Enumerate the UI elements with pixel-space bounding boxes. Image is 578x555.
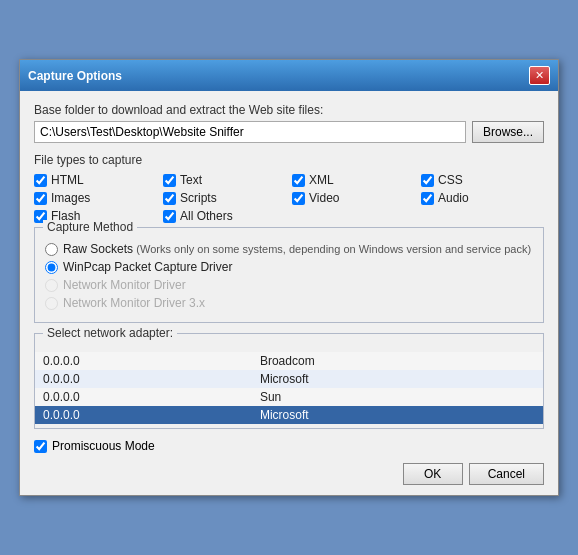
allothers-checkbox[interactable]	[163, 210, 176, 223]
css-label[interactable]: CSS	[438, 173, 463, 187]
checkbox-css: CSS	[421, 173, 544, 187]
adapter-row[interactable]: 0.0.0.0 Broadcom	[35, 352, 543, 370]
images-checkbox[interactable]	[34, 192, 47, 205]
html-checkbox[interactable]	[34, 174, 47, 187]
checkbox-html: HTML	[34, 173, 157, 187]
close-button[interactable]: ✕	[529, 66, 550, 85]
css-checkbox[interactable]	[421, 174, 434, 187]
radio-netmon: Network Monitor Driver	[45, 278, 533, 292]
xml-label[interactable]: XML	[309, 173, 334, 187]
adapter-ip: 0.0.0.0	[35, 352, 252, 370]
browse-button[interactable]: Browse...	[472, 121, 544, 143]
ok-button[interactable]: OK	[403, 463, 463, 485]
adapter-row[interactable]: 0.0.0.0 Microsoft	[35, 370, 543, 388]
audio-label[interactable]: Audio	[438, 191, 469, 205]
text-label[interactable]: Text	[180, 173, 202, 187]
checkbox-allothers: All Others	[163, 209, 286, 223]
checkbox-scripts: Scripts	[163, 191, 286, 205]
window-title: Capture Options	[28, 69, 122, 83]
file-types-grid: HTML Text XML CSS Images Scripts	[34, 173, 544, 223]
capture-options-window: Capture Options ✕ Base folder to downloa…	[19, 59, 559, 496]
raw-sockets-note: (Works only on some systems, depending o…	[136, 243, 531, 255]
radio-netmon3: Network Monitor Driver 3.x	[45, 296, 533, 310]
checkbox-audio: Audio	[421, 191, 544, 205]
adapter-ip: 0.0.0.0	[35, 406, 252, 424]
winpcap-label[interactable]: WinPcap Packet Capture Driver	[63, 260, 232, 274]
video-checkbox[interactable]	[292, 192, 305, 205]
checkbox-text: Text	[163, 173, 286, 187]
adapter-name: Sun	[252, 388, 543, 406]
buttons-row: OK Cancel	[34, 463, 544, 485]
raw-sockets-label[interactable]: Raw Sockets (Works only on some systems,…	[63, 242, 531, 256]
raw-sockets-radio[interactable]	[45, 243, 58, 256]
adapter-ip: 0.0.0.0	[35, 388, 252, 406]
base-folder-label: Base folder to download and extract the …	[34, 103, 544, 117]
scripts-checkbox[interactable]	[163, 192, 176, 205]
promiscuous-row: Promiscuous Mode	[34, 439, 544, 453]
html-label[interactable]: HTML	[51, 173, 84, 187]
radio-winpcap: WinPcap Packet Capture Driver	[45, 260, 533, 274]
adapter-name: Broadcom	[252, 352, 543, 370]
netmon3-label: Network Monitor Driver 3.x	[63, 296, 205, 310]
adapter-name: Microsoft	[252, 406, 543, 424]
capture-method-group: Capture Method Raw Sockets (Works only o…	[34, 227, 544, 323]
audio-checkbox[interactable]	[421, 192, 434, 205]
text-checkbox[interactable]	[163, 174, 176, 187]
adapter-row-selected[interactable]: 0.0.0.0 Microsoft	[35, 406, 543, 424]
checkbox-video: Video	[292, 191, 415, 205]
adapter-group-title: Select network adapter:	[43, 326, 177, 340]
radio-raw-sockets: Raw Sockets (Works only on some systems,…	[45, 242, 533, 256]
promiscuous-label[interactable]: Promiscuous Mode	[52, 439, 155, 453]
path-row: Browse...	[34, 121, 544, 143]
network-adapter-group: Select network adapter: 0.0.0.0 Broadcom…	[34, 333, 544, 429]
content-area: Base folder to download and extract the …	[20, 91, 558, 495]
promiscuous-checkbox[interactable]	[34, 440, 47, 453]
netmon-label: Network Monitor Driver	[63, 278, 186, 292]
netmon-radio[interactable]	[45, 279, 58, 292]
path-input[interactable]	[34, 121, 466, 143]
checkbox-xml: XML	[292, 173, 415, 187]
capture-method-title: Capture Method	[43, 220, 137, 234]
checkbox-images: Images	[34, 191, 157, 205]
adapter-ip: 0.0.0.0	[35, 370, 252, 388]
title-bar-buttons: ✕	[529, 66, 550, 85]
video-label[interactable]: Video	[309, 191, 339, 205]
adapter-name: Microsoft	[252, 370, 543, 388]
images-label[interactable]: Images	[51, 191, 90, 205]
adapter-row[interactable]: 0.0.0.0 Sun	[35, 388, 543, 406]
allothers-label[interactable]: All Others	[180, 209, 233, 223]
netmon3-radio[interactable]	[45, 297, 58, 310]
title-bar: Capture Options ✕	[20, 60, 558, 91]
adapter-table: 0.0.0.0 Broadcom 0.0.0.0 Microsoft 0.0.0…	[35, 352, 543, 424]
cancel-button[interactable]: Cancel	[469, 463, 544, 485]
winpcap-radio[interactable]	[45, 261, 58, 274]
file-types-label: File types to capture	[34, 153, 544, 167]
scripts-label[interactable]: Scripts	[180, 191, 217, 205]
xml-checkbox[interactable]	[292, 174, 305, 187]
